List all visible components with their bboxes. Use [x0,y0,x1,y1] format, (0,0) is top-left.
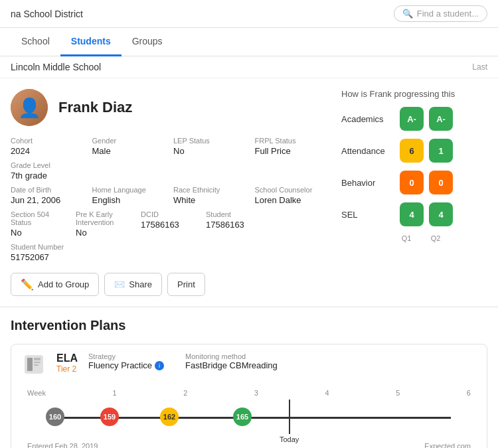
plan-subject-info: ELA Tier 2 [56,352,78,374]
dob-value: Jun 21, 2006 [11,195,84,205]
plan-subject-name: ELA [56,352,78,364]
cohort-field: Cohort 2024 [11,137,84,156]
q1-label: Q1 [394,234,418,242]
frpl-field: FRPL Status Full Price [255,137,329,156]
avatar: 👤 [11,89,48,126]
share-icon: ✉️ [114,279,125,289]
dcid-label: DCID [141,210,198,218]
today-label: Today [280,435,299,443]
tab-school[interactable]: School [11,28,60,56]
prek-label: Pre K Early Intervention [76,210,133,226]
sel-row: SEL 4 4 [341,202,487,226]
student-section: 👤 Frank Diaz Cohort 2024 Gender Male LEP… [0,78,498,307]
timeline-dot-3: 162 [160,408,179,426]
print-label: Print [177,279,195,289]
home-lang-label: Home Language [92,186,166,194]
week-3-label: 3 [254,389,258,397]
monitoring-field: Monitoring method FastBridge CBMreading [185,352,278,370]
sel-label: SEL [341,210,394,220]
add-to-group-button[interactable]: ✏️ Add to Group [11,273,99,296]
cohort-value: 2024 [11,146,84,156]
plan-book-icon [22,352,46,381]
monitoring-label: Monitoring method [185,352,278,360]
race-label: Race Ethnicity [173,186,247,194]
plan-meta: Strategy Fluency Practice i Monitoring m… [88,352,278,370]
info-row-4: Student Number 51752067 [11,243,328,262]
week-header: Week [27,389,46,397]
behavior-q1: 0 [400,171,424,194]
share-button[interactable]: ✉️ Share [104,273,162,296]
section504-field: Section 504 Status No [11,210,68,238]
svg-rect-3 [34,362,41,363]
race-value: White [173,195,247,205]
student-header: 👤 Frank Diaz [11,89,328,126]
svg-rect-4 [34,364,39,366]
counselor-value: Loren Dalke [255,195,329,205]
grade-value: 7th grade [11,171,84,181]
lep-label: LEP Status [173,137,247,145]
last-text: Last [472,62,487,72]
add-group-label: Add to Group [38,279,89,289]
attendance-row: Attendance 6 1 [341,139,487,163]
section504-label: Section 504 Status [11,210,68,226]
prek-field: Pre K Early Intervention No [76,210,133,238]
student-num-label: Student Number [11,243,88,251]
search-icon: 🔍 [402,9,413,19]
plan-card: ELA Tier 2 Strategy Fluency Practice i M… [11,344,487,448]
counselor-label: School Counselor [255,186,329,194]
student-id-label: Student [206,210,263,218]
student-id-field: Student 17586163 [206,210,263,238]
home-lang-value: English [92,195,166,205]
svg-rect-2 [34,358,41,360]
plus-icon: ✏️ [21,278,34,291]
entered-label: Entered Feb 28, 2019 [27,442,98,448]
dcid-field: DCID 17586163 [141,210,198,238]
school-name: Lincoln Middle School [11,62,101,72]
academics-row: Academics A- A- [341,107,487,131]
q2-label: Q2 [424,234,448,242]
timeline-dot-1: 160 [46,408,64,426]
week-labels-row: Week 1 2 3 4 5 6 [27,389,471,397]
district-name: na School District [11,9,83,19]
week-5-label: 5 [396,389,400,397]
strategy-value: Fluency Practice i [88,360,164,370]
race-field: Race Ethnicity White [173,186,247,205]
monitoring-value: FastBridge CBMreading [185,360,278,370]
section504-value: No [11,228,68,238]
today-line [289,400,290,434]
search-box[interactable]: 🔍 Find a student... [394,5,487,22]
tab-students[interactable]: Students [60,28,122,56]
week-4-label: 4 [325,389,329,397]
student-name: Frank Diaz [58,99,132,116]
plan-tier: Tier 2 [56,364,78,374]
timeline-footer: Entered Feb 28, 2019 Expected com [27,442,471,448]
today-marker: Today [280,400,299,443]
tab-groups[interactable]: Groups [122,28,173,56]
search-placeholder: Find a student... [417,9,479,19]
behavior-q2: 0 [429,171,453,194]
plan-header: ELA Tier 2 Strategy Fluency Practice i M… [22,352,476,381]
gender-field: Gender Male [92,137,166,156]
print-button[interactable]: Print [167,273,205,296]
top-bar: na School District 🔍 Find a student... [0,0,498,28]
student-num-field: Student Number 51752067 [11,243,88,262]
dob-label: Date of Birth [11,186,84,194]
behavior-label: Behavior [341,178,394,188]
strategy-text: Fluency Practice [88,360,152,370]
svg-rect-1 [27,358,33,371]
intervention-section: Intervention Plans ELA Tier 2 Strategy [0,307,498,448]
action-buttons: ✏️ Add to Group ✉️ Share Print [11,273,328,296]
info-row-3: Section 504 Status No Pre K Early Interv… [11,210,328,238]
info-row-1: Cohort 2024 Gender Male LEP Status No FR… [11,137,328,181]
attendance-label: Attendance [341,146,394,156]
attendance-q2: 1 [429,139,453,163]
behavior-row: Behavior 0 0 [341,171,487,194]
student-id-value: 17586163 [206,220,263,230]
strategy-info-icon[interactable]: i [155,361,164,370]
cohort-label: Cohort [11,137,84,145]
academics-label: Academics [341,114,394,124]
sel-q1: 4 [400,202,424,226]
strategy-field: Strategy Fluency Practice i [88,352,164,370]
grade-field: Grade Level 7th grade [11,161,84,181]
gender-value: Male [92,146,166,156]
